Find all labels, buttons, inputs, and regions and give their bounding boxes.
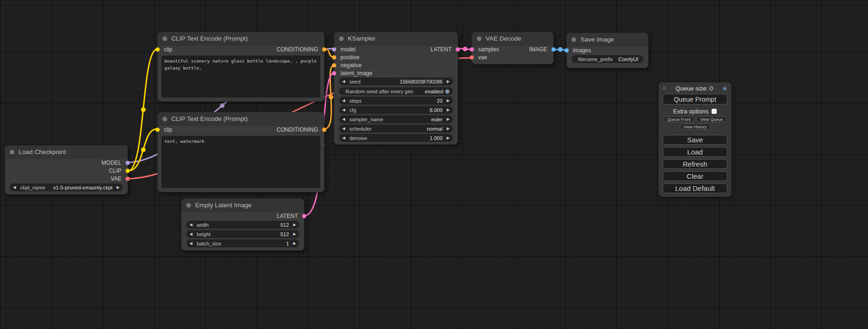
output-slot-image[interactable] — [551, 47, 556, 51]
decrement-arrow-icon[interactable]: ◀ — [342, 118, 345, 121]
denoise-widget[interactable]: ◀ denoise 1.000 ▶ — [339, 134, 453, 142]
input-label: clip — [164, 126, 172, 133]
random-seed-toggle-widget[interactable]: Random seed after every gen enabled — [339, 87, 453, 95]
widget-value: 156680208700286 — [400, 79, 443, 84]
increment-arrow-icon[interactable]: ▶ — [293, 242, 296, 245]
output-row-latent: LATENT — [182, 212, 304, 220]
input-slot-samples[interactable] — [470, 47, 474, 51]
node-clip-text-encode-negative[interactable]: CLIP Text Encode (Prompt) clip CONDITION… — [157, 112, 325, 192]
clear-button[interactable]: Clear — [663, 171, 727, 181]
collapse-dot-icon[interactable] — [162, 117, 167, 121]
node-clip-negative-titlebar[interactable]: CLIP Text Encode (Prompt) — [158, 112, 324, 126]
input-slot-model[interactable] — [332, 47, 336, 51]
view-queue-button[interactable]: View Queue — [696, 116, 727, 122]
collapse-dot-icon[interactable] — [339, 36, 344, 41]
decrement-arrow-icon[interactable]: ◀ — [190, 223, 192, 227]
negative-prompt-textarea[interactable]: text, watermark — [162, 136, 320, 188]
decrement-arrow-icon[interactable]: ◀ — [342, 108, 345, 112]
increment-arrow-icon[interactable]: ▶ — [447, 80, 450, 84]
width-widget[interactable]: ◀ width 512 ▶ — [186, 221, 299, 229]
queue-front-button[interactable]: Queue Front — [663, 116, 695, 122]
node-vae-decode[interactable]: VAE Decode samples IMAGE vae — [472, 32, 554, 64]
node-clip-text-encode-positive[interactable]: CLIP Text Encode (Prompt) clip CONDITION… — [157, 32, 325, 102]
node-ksampler[interactable]: KSampler model LATENT positive negative … — [334, 32, 458, 145]
node-load-checkpoint-titlebar[interactable]: Load Checkpoint — [5, 146, 127, 159]
widget-label: Random seed after every gen — [346, 89, 413, 94]
collapse-dot-icon[interactable] — [10, 150, 14, 154]
output-slot-clip[interactable] — [126, 168, 130, 173]
input-slot-clip[interactable] — [155, 127, 160, 132]
node-empty-latent-titlebar[interactable]: Empty Latent Image — [182, 199, 304, 212]
input-label: images — [573, 47, 591, 54]
view-history-row: View History — [663, 124, 727, 130]
decrement-arrow-icon[interactable]: ◀ — [190, 242, 192, 245]
increment-arrow-icon[interactable]: ▶ — [447, 108, 450, 112]
increment-arrow-icon[interactable]: ▶ — [447, 127, 450, 131]
input-label: samples — [478, 46, 499, 53]
increment-arrow-icon[interactable]: ▶ — [293, 232, 296, 236]
extra-options-checkbox[interactable] — [712, 109, 717, 114]
widget-label: sampler_name — [349, 117, 383, 122]
queue-prompt-button[interactable]: Queue Prompt — [663, 94, 727, 105]
sampler-name-widget[interactable]: ◀ sampler_name euler ▶ — [339, 115, 453, 123]
node-save-image[interactable]: Save Image images filename_prefix ComfyU… — [566, 33, 649, 68]
input-slot-vae[interactable] — [470, 55, 474, 59]
input-slot-clip[interactable] — [155, 47, 160, 51]
node-empty-latent-image[interactable]: Empty Latent Image LATENT ◀ width 512 ▶ … — [181, 198, 304, 251]
drag-handle-icon[interactable]: ⠿ — [663, 86, 666, 91]
output-slot-latent[interactable] — [456, 47, 460, 51]
decrement-arrow-icon[interactable]: ◀ — [342, 80, 345, 84]
widget-label: height — [197, 231, 211, 237]
output-slot-conditioning[interactable] — [322, 127, 326, 132]
decrement-arrow-icon[interactable]: ◀ — [342, 99, 345, 103]
batch-size-widget[interactable]: ◀ batch_size 1 ▶ — [186, 239, 299, 247]
node-clip-positive-titlebar[interactable]: CLIP Text Encode (Prompt) — [158, 32, 324, 45]
positive-prompt-textarea[interactable]: beautiful scenery nature glass bottle la… — [162, 56, 320, 98]
view-history-button[interactable]: View History — [680, 124, 711, 130]
collapse-dot-icon[interactable] — [477, 36, 481, 41]
settings-gear-icon[interactable]: ✳ — [722, 85, 727, 92]
collapse-dot-icon[interactable] — [162, 36, 167, 41]
input-label: vae — [478, 54, 487, 61]
decrement-arrow-icon[interactable]: ◀ — [190, 232, 192, 236]
queue-panel: ⠿ Queue size: 0 ✳ Queue Prompt Extra opt… — [658, 82, 732, 197]
steps-widget[interactable]: ◀ steps 20 ▶ — [339, 97, 453, 105]
seed-widget[interactable]: ◀ seed 156680208700286 ▶ — [339, 77, 453, 85]
ckpt-name-widget[interactable]: ◀ ckpt_name v1-5-pruned-emaonly.ckpt ▶ — [10, 183, 123, 191]
toggle-on-icon[interactable] — [445, 89, 450, 94]
node-ksampler-titlebar[interactable]: KSampler — [334, 32, 458, 45]
node-load-checkpoint[interactable]: Load Checkpoint MODEL CLIP VAE ◀ ckpt_na… — [5, 145, 128, 195]
node-vae-decode-titlebar[interactable]: VAE Decode — [472, 32, 553, 45]
refresh-button[interactable]: Refresh — [663, 159, 727, 169]
collapse-dot-icon[interactable] — [186, 203, 191, 208]
output-slot-latent[interactable] — [302, 214, 306, 218]
collapse-dot-icon[interactable] — [572, 37, 576, 42]
filename-prefix-widget[interactable]: filename_prefix ComfyUI — [572, 55, 643, 63]
input-slot-negative[interactable] — [332, 63, 336, 67]
node-graph-canvas[interactable]: Load Checkpoint MODEL CLIP VAE ◀ ckpt_na… — [0, 0, 868, 329]
increment-arrow-icon[interactable]: ▶ — [447, 136, 450, 140]
decrement-arrow-icon[interactable]: ◀ — [13, 186, 16, 189]
height-widget[interactable]: ◀ height 512 ▶ — [186, 230, 299, 238]
cfg-widget[interactable]: ◀ cfg 8.000 ▶ — [339, 106, 453, 114]
input-slot-positive[interactable] — [332, 55, 336, 59]
output-slot-model[interactable] — [126, 161, 130, 165]
increment-arrow-icon[interactable]: ▶ — [117, 186, 120, 189]
decrement-arrow-icon[interactable]: ◀ — [342, 127, 345, 131]
node-save-image-titlebar[interactable]: Save Image — [567, 33, 648, 46]
input-slot-images[interactable] — [565, 48, 569, 52]
output-slot-conditioning[interactable] — [322, 47, 326, 51]
save-button[interactable]: Save — [663, 135, 727, 145]
output-slot-vae[interactable] — [126, 176, 130, 181]
decrement-arrow-icon[interactable]: ◀ — [342, 136, 345, 140]
widget-value: 8.000 — [430, 107, 443, 113]
increment-arrow-icon[interactable]: ▶ — [447, 99, 450, 103]
widget-label: denoise — [349, 135, 367, 141]
load-default-button[interactable]: Load Default — [663, 183, 727, 193]
input-slot-latent-image[interactable] — [332, 71, 336, 75]
increment-arrow-icon[interactable]: ▶ — [293, 223, 296, 227]
increment-arrow-icon[interactable]: ▶ — [447, 118, 450, 121]
scheduler-widget[interactable]: ◀ scheduler normal ▶ — [339, 125, 453, 133]
load-button[interactable]: Load — [663, 147, 727, 157]
widget-label: filename_prefix — [578, 56, 613, 62]
